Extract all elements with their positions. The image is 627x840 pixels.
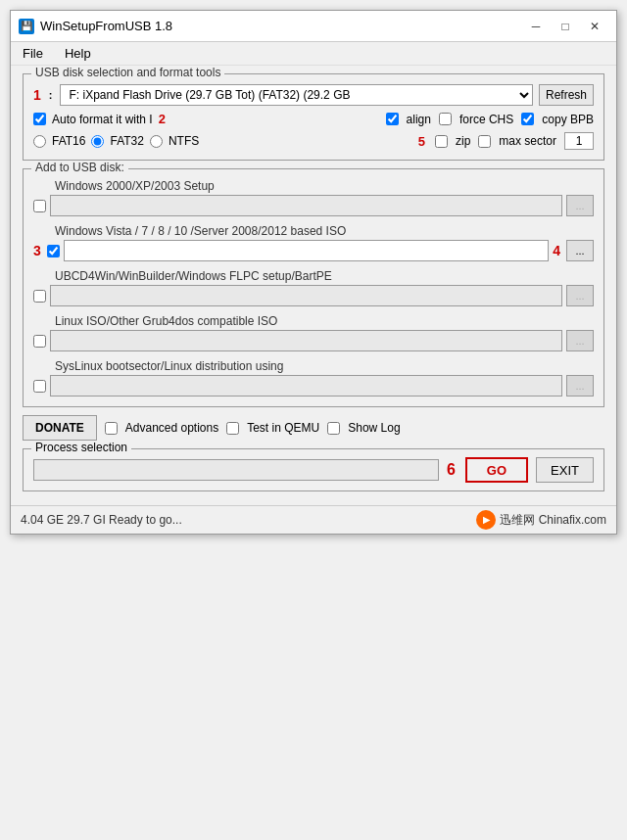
vista-section: Windows Vista / 7 / 8 / 10 /Server 2008/… [33, 224, 594, 261]
fat16-radio[interactable] [33, 135, 46, 148]
show-log-label: Show Log [348, 421, 400, 435]
syslinux-input[interactable] [50, 375, 562, 397]
main-window: 💾 WinSetupFromUSB 1.8 ─ □ ✕ File Help US… [10, 10, 617, 535]
auto-format-checkbox[interactable] [33, 113, 46, 125]
exit-button[interactable]: EXIT [536, 457, 594, 483]
watermark-logo: ▶ [476, 510, 496, 530]
process-label: Process selection [31, 441, 131, 454]
title-bar: 💾 WinSetupFromUSB 1.8 ─ □ ✕ [11, 11, 616, 42]
add-group-label: Add to USB disk: [31, 161, 128, 174]
ntfs-radio[interactable] [150, 135, 163, 148]
drive-select[interactable]: F: iXpand Flash Drive (29.7 GB Tot) (FAT… [60, 84, 533, 106]
syslinux-browse-button[interactable]: ... [566, 375, 594, 397]
add-group: Add to USB disk: Windows 2000/XP/2003 Se… [23, 168, 604, 407]
align-label: align [407, 113, 431, 126]
win2k-label: Windows 2000/XP/2003 Setup [55, 179, 594, 193]
vista-browse-button[interactable]: ... [566, 240, 594, 261]
fat16-label: FAT16 [52, 134, 85, 148]
win2k-browse-button[interactable]: ... [566, 195, 594, 216]
ubcd-label: UBCD4Win/WinBuilder/Windows FLPC setup/B… [55, 269, 594, 283]
title-controls: ─ □ ✕ [522, 16, 608, 37]
donate-row: DONATE Advanced options Test in QEMU Sho… [23, 415, 604, 441]
usb-group: USB disk selection and format tools 1 : … [23, 73, 604, 161]
menu-help[interactable]: Help [59, 44, 97, 63]
advanced-label: Advanced options [125, 421, 218, 435]
marker-2: 2 [159, 112, 166, 126]
win2k-section: Windows 2000/XP/2003 Setup ... [33, 179, 594, 216]
fat32-radio[interactable] [91, 135, 104, 148]
max-sector-checkbox[interactable] [478, 135, 491, 148]
test-qemu-label: Test in QEMU [247, 421, 319, 435]
ubcd-input[interactable] [50, 285, 562, 306]
process-group: Process selection 6 GO EXIT [23, 448, 604, 491]
marker-6: 6 [447, 461, 456, 479]
marker-4: 4 [553, 243, 560, 258]
max-sector-label: max sector [499, 134, 556, 148]
refresh-button[interactable]: Refresh [539, 84, 594, 106]
process-row: 6 GO EXIT [33, 457, 594, 483]
fs-row: FAT16 FAT32 NTFS 5 zip max sector [33, 132, 594, 150]
ubcd-section: UBCD4Win/WinBuilder/Windows FLPC setup/B… [33, 269, 594, 306]
advanced-checkbox[interactable] [105, 422, 118, 435]
marker-1: 1 [33, 87, 41, 103]
show-log-checkbox[interactable] [327, 422, 340, 435]
auto-format-row: Auto format it with I 2 align force CHS … [33, 112, 594, 126]
linux-input[interactable] [50, 330, 562, 351]
minimize-button[interactable]: ─ [522, 16, 550, 37]
test-qemu-checkbox[interactable] [226, 422, 239, 435]
syslinux-checkbox[interactable] [33, 380, 46, 393]
linux-section: Linux ISO/Other Grub4dos compatible ISO … [33, 314, 594, 351]
force-chs-label: force CHS [459, 113, 513, 126]
ntfs-label: NTFS [169, 134, 199, 148]
close-button[interactable]: ✕ [581, 16, 608, 37]
title-bar-left: 💾 WinSetupFromUSB 1.8 [19, 19, 172, 34]
win2k-checkbox[interactable] [33, 200, 46, 212]
syslinux-label: SysLinux bootsector/Linux distribution u… [55, 359, 594, 373]
max-sector-input[interactable] [564, 132, 594, 150]
force-chs-checkbox[interactable] [439, 113, 452, 125]
go-button[interactable]: GO [465, 457, 528, 483]
copy-bpb-label: copy BPB [542, 113, 594, 126]
vista-row: 3 s_version_1607_updated_jul_2016_x64_dv… [33, 240, 594, 261]
linux-browse-button[interactable]: ... [566, 330, 594, 351]
win2k-row: ... [33, 195, 594, 216]
zip-checkbox[interactable] [435, 135, 448, 148]
status-bar: 4.04 GE 29.7 GI Ready to go... ▶ 迅维网 Chi… [11, 505, 616, 534]
fat32-label: FAT32 [110, 134, 143, 148]
vista-input[interactable]: s_version_1607_updated_jul_2016_x64_dvd_… [64, 240, 549, 261]
usb-group-label: USB disk selection and format tools [31, 66, 224, 79]
watermark: ▶ 迅维网 Chinafix.com [476, 510, 606, 530]
linux-label: Linux ISO/Other Grub4dos compatible ISO [55, 314, 594, 328]
copy-bpb-checkbox[interactable] [521, 113, 534, 125]
menu-bar: File Help [11, 42, 616, 66]
auto-format-label: Auto format it with I [52, 113, 153, 126]
ubcd-checkbox[interactable] [33, 290, 46, 303]
maximize-button[interactable]: □ [552, 16, 579, 37]
marker-3: 3 [33, 243, 41, 258]
window-title: WinSetupFromUSB 1.8 [40, 19, 172, 33]
marker-5: 5 [418, 134, 425, 149]
drive-row: 1 : F: iXpand Flash Drive (29.7 GB Tot) … [33, 84, 594, 106]
ubcd-browse-button[interactable]: ... [566, 285, 594, 306]
vista-checkbox[interactable] [47, 245, 60, 257]
donate-button[interactable]: DONATE [23, 415, 97, 441]
menu-file[interactable]: File [17, 44, 49, 63]
ubcd-row: ... [33, 285, 594, 306]
main-content: USB disk selection and format tools 1 : … [11, 66, 616, 505]
zip-label: zip [456, 134, 470, 148]
status-text: 4.04 GE 29.7 GI Ready to go... [21, 513, 182, 527]
app-icon: 💾 [19, 19, 34, 34]
linux-row: ... [33, 330, 594, 351]
linux-checkbox[interactable] [33, 335, 46, 348]
align-checkbox[interactable] [386, 113, 399, 125]
syslinux-section: SysLinux bootsector/Linux distribution u… [33, 359, 594, 397]
syslinux-row: ... [33, 375, 594, 397]
vista-label: Windows Vista / 7 / 8 / 10 /Server 2008/… [55, 224, 594, 238]
watermark-text: 迅维网 Chinafix.com [500, 512, 606, 529]
progress-bar [33, 459, 439, 481]
win2k-input[interactable] [50, 195, 562, 216]
